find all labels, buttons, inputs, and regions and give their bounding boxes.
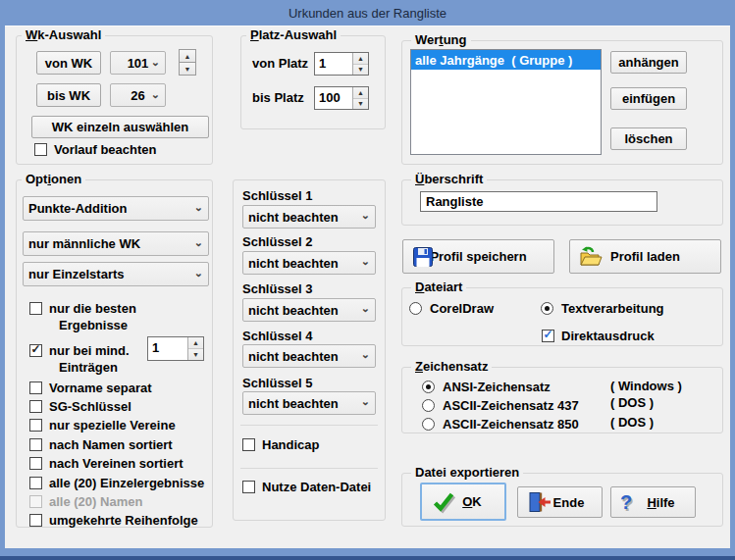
spin-down-button[interactable]: ▼ bbox=[353, 99, 368, 110]
nur-die-besten-checkbox[interactable]: ✓ nur die besten bbox=[29, 300, 136, 316]
check-icon: ✓ bbox=[543, 329, 552, 340]
einfuegen-button[interactable]: einfügen bbox=[610, 87, 687, 110]
vorname-separat-checkbox[interactable]: ✓ Vorname separat bbox=[29, 380, 152, 395]
nach-vereinen-sortiert-checkbox[interactable]: ✓ nach Vereinen sortiert bbox=[29, 455, 184, 471]
group-dateiart-label: Dateiart bbox=[411, 280, 466, 295]
loeschen-button[interactable]: löschen bbox=[610, 127, 687, 150]
spin-down-button[interactable]: ▼ bbox=[188, 349, 203, 360]
anhaengen-button[interactable]: anhängen bbox=[610, 51, 687, 74]
checkbox-label: Direktausdruck bbox=[561, 329, 655, 343]
group-optionen-label: Optionen bbox=[22, 172, 85, 187]
spin-down-button[interactable]: ▼ bbox=[353, 65, 368, 76]
textverarbeitung-radio[interactable]: Textverarbeitung bbox=[541, 300, 664, 316]
wk-einzeln-button[interactable]: WK einzeln auswählen bbox=[31, 116, 209, 138]
umgekehrte-reihenfolge-checkbox[interactable]: ✓ umgekehrte Reihenfolge bbox=[29, 512, 198, 528]
radio-label: CorelDraw bbox=[430, 301, 494, 316]
ueberschrift-value: Rangliste bbox=[426, 194, 484, 209]
separator bbox=[240, 468, 378, 469]
title-bar: Urkunden aus der Rangliste bbox=[0, 0, 735, 25]
von-wk-select[interactable]: 101 ⌄ bbox=[110, 51, 166, 75]
ascii-437-radio[interactable]: ASCII-Zeichensatz 437 bbox=[422, 397, 579, 413]
checkbox-label: SG-Schlüssel bbox=[49, 399, 131, 414]
nutze-daten-datei-checkbox[interactable]: ✓ Nutze Daten-Datei bbox=[242, 479, 371, 494]
chevron-down-icon: ⌄ bbox=[361, 349, 370, 360]
bis-platz-value: 100 bbox=[315, 87, 352, 109]
checkbox-box: ✓ bbox=[242, 438, 255, 451]
wk-einzeln-button-label: WK einzeln auswählen bbox=[52, 120, 188, 134]
checkbox-box: ✓ bbox=[29, 514, 42, 527]
einfuegen-button-label: einfügen bbox=[622, 91, 675, 106]
spin-up-button[interactable]: ▲ bbox=[188, 337, 203, 349]
spin-up-icon: ▲ bbox=[184, 53, 191, 60]
schluessel-5-select[interactable]: nicht beachten ⌄ bbox=[242, 391, 376, 415]
nur-spezielle-vereine-checkbox[interactable]: ✓ nur spezielle Vereine bbox=[29, 417, 176, 433]
checkbox-label: Nutze Daten-Datei bbox=[262, 480, 371, 494]
handicap-checkbox[interactable]: ✓ Handicap bbox=[242, 436, 320, 452]
checkbox-label: nur bei mind. bbox=[49, 343, 130, 358]
schluessel-1-value: nicht beachten bbox=[248, 210, 339, 225]
bis-wk-button[interactable]: bis WK bbox=[36, 83, 101, 107]
spin-up-button[interactable]: ▲ bbox=[179, 49, 196, 63]
alle-einzelergebnisse-checkbox[interactable]: ✓ alle (20) Einzelergebnisse bbox=[29, 475, 204, 490]
profil-speichern-button[interactable]: Profil speichern bbox=[402, 239, 554, 274]
list-item[interactable]: alle Jahrgänge ( Gruppe ) bbox=[411, 50, 601, 70]
sg-schluessel-checkbox[interactable]: ✓ SG-Schlüssel bbox=[29, 398, 131, 414]
hilfe-button[interactable]: ? Hilfe bbox=[610, 486, 696, 518]
schluessel-1-select[interactable]: nicht beachten ⌄ bbox=[242, 205, 376, 229]
mind-eintraege-input[interactable]: 1 ▲ ▼ bbox=[147, 336, 204, 361]
schluessel-4-label: Schlüssel 4 bbox=[242, 329, 313, 344]
schluessel-3-select[interactable]: nicht beachten ⌄ bbox=[242, 298, 376, 322]
radio-circle bbox=[422, 381, 435, 393]
checkbox-label: Vorlauf beachten bbox=[54, 142, 157, 157]
schluessel-2-select[interactable]: nicht beachten ⌄ bbox=[242, 251, 376, 275]
schluessel-4-select[interactable]: nicht beachten ⌄ bbox=[242, 344, 376, 368]
ascii-437-note: ( DOS ) bbox=[610, 395, 654, 411]
ueberschrift-input[interactable]: Rangliste bbox=[420, 191, 657, 212]
window-frame-bottom bbox=[0, 556, 735, 560]
wertung-listbox[interactable]: alle Jahrgänge ( Gruppe ) bbox=[410, 49, 602, 155]
von-platz-input[interactable]: 1 ▲ ▼ bbox=[314, 52, 369, 76]
ok-button[interactable]: OK bbox=[420, 483, 506, 521]
checkbox-box: ✓ bbox=[29, 344, 42, 357]
checkbox-box: ✓ bbox=[29, 400, 42, 413]
ascii-850-radio[interactable]: ASCII-Zeichensatz 850 bbox=[422, 416, 579, 432]
chevron-down-icon: ⌄ bbox=[194, 202, 203, 213]
ansi-note: ( Windows ) bbox=[610, 379, 682, 394]
spin-down-icon: ▼ bbox=[184, 66, 191, 73]
spin-down-icon: ▼ bbox=[357, 100, 364, 107]
nach-namen-sortiert-checkbox[interactable]: ✓ nach Namen sortiert bbox=[29, 436, 173, 452]
window-title: Urkunden aus der Rangliste bbox=[289, 6, 446, 21]
chevron-down-icon: ⌄ bbox=[151, 89, 160, 100]
checkbox-label: nur die besten bbox=[49, 301, 136, 316]
geschlecht-select[interactable]: nur männliche WK ⌄ bbox=[23, 231, 209, 256]
radio-circle bbox=[422, 399, 435, 412]
bis-wk-select[interactable]: 26 ⌄ bbox=[110, 83, 166, 107]
coreldraw-radio[interactable]: CorelDraw bbox=[409, 300, 494, 316]
startart-select[interactable]: nur Einzelstarts ⌄ bbox=[23, 262, 209, 286]
chevron-down-icon: ⌄ bbox=[194, 268, 203, 279]
checkbox-label: nach Vereinen sortiert bbox=[49, 456, 184, 471]
checkbox-box: ✓ bbox=[29, 438, 42, 451]
spin-up-icon: ▲ bbox=[357, 89, 364, 96]
nur-bei-mind-checkbox[interactable]: ✓ nur bei mind. bbox=[29, 342, 130, 358]
separator bbox=[240, 425, 378, 426]
vorlauf-beachten-checkbox[interactable]: ✓ Vorlauf beachten bbox=[34, 141, 157, 157]
ende-button[interactable]: Ende bbox=[517, 486, 603, 518]
loeschen-button-label: löschen bbox=[624, 131, 672, 146]
spin-down-button[interactable]: ▼ bbox=[179, 62, 196, 76]
radio-circle bbox=[422, 418, 435, 431]
checkbox-label: alle (20) Einzelergebnisse bbox=[49, 476, 204, 490]
von-platz-value: 1 bbox=[315, 53, 352, 75]
spin-up-button[interactable]: ▲ bbox=[353, 87, 368, 99]
ansi-zeichensatz-radio[interactable]: ANSI-Zeichensatz bbox=[422, 379, 551, 394]
geschlecht-value: nur männliche WK bbox=[28, 236, 140, 251]
hilfe-button-label: Hilfe bbox=[647, 495, 674, 510]
bis-platz-input[interactable]: 100 ▲ ▼ bbox=[314, 86, 369, 110]
direktausdruck-checkbox[interactable]: ✓ Direktausdruck bbox=[542, 328, 655, 343]
wertungsart-select[interactable]: Punkte-Addition ⌄ bbox=[23, 196, 209, 221]
spin-up-button[interactable]: ▲ bbox=[353, 53, 368, 65]
von-wk-button[interactable]: von WK bbox=[36, 51, 101, 75]
group-wk-auswahl-label: Wk-Auswahl bbox=[22, 27, 105, 43]
profil-laden-button[interactable]: Profil laden bbox=[569, 239, 721, 274]
chevron-down-icon: ⌄ bbox=[151, 57, 160, 68]
